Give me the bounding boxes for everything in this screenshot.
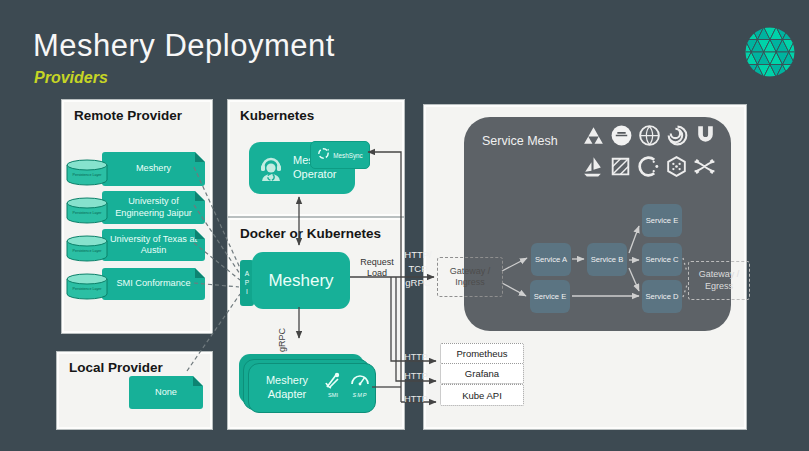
meshsync-label: MeshSync [333,152,362,159]
smp-label: SMP [347,392,373,398]
service-b-box: Service B [587,243,627,276]
mesh-shield-icon [693,123,718,148]
grafana-box: Grafana [440,363,524,384]
request-load-label: Request Load [354,257,400,279]
slide: Meshery Deployment Providers Remote Prov… [0,0,809,451]
mesh-triangles-icon [581,123,606,148]
persistence-cylinder-icon: Persistence Layer [66,235,108,263]
persistence-cylinder-icon: Persistence Layer [66,159,108,187]
meshery-adapter-box: Meshery Adapter SMI SMP [248,363,376,413]
provider-item-label: SMI Conformance [116,278,190,290]
grpc-label: gRPC [277,322,287,352]
protocol-stack-label: HTTP/ TCP gRPC [399,248,437,289]
kubernetes-panel: Kubernetes Meshery Operator MeshSync [228,100,404,216]
persistence-cylinder-icon: Persistence Layer [66,197,108,225]
mesh-hex-icon [664,154,689,179]
mesh-logos-row-2 [580,154,717,179]
service-c-box: Service C [642,243,682,276]
kubernetes-title: Kubernetes [240,108,314,123]
sync-icon [317,146,330,164]
mesh-globe-icon [637,123,662,148]
svg-text:Persistence Layer: Persistence Layer [73,249,103,253]
remote-provider-title: Remote Provider [74,108,182,123]
smp-icon: SMP [347,371,373,398]
http-label-kubeapi: HTTP [400,394,432,404]
adapter-label: Meshery Adapter [258,374,316,402]
page-subtitle: Providers [34,69,108,87]
http-label-grafana: HTTP [400,371,432,381]
persistence-cylinder-icon: Persistence Layer [66,273,108,301]
provider-item-texas: University of Texas at Austin [102,229,205,261]
docker-panel: Docker or Kubernetes API Meshery gRPC Re… [228,218,404,429]
service-e-bottom-box: Service E [530,280,570,313]
mesh-swirl-icon [665,123,690,148]
prometheus-box: Prometheus [440,343,524,364]
istio-sail-icon [580,154,605,179]
meshery-logo [745,27,795,77]
smi-label: SMI [321,392,345,398]
local-provider-none: None [129,376,203,409]
gateway-egress-box: Gateway / Egress [688,261,750,300]
provider-item-smi: SMI Conformance [102,268,205,300]
operator-person-icon [255,152,287,188]
none-label: None [155,387,177,399]
mesh-knot-icon [692,154,717,179]
svg-text:Persistence Layer: Persistence Layer [73,173,103,177]
page-title: Meshery Deployment [33,28,335,64]
local-provider-panel: Local Provider None [57,352,212,429]
smi-icon: SMI [321,371,345,398]
provider-item-label: University of Engineering Jaipur [106,196,201,219]
service-a-box: Service A [531,243,571,276]
service-mesh-title: Service Mesh [482,134,558,148]
kube-api-box: Kube API [440,384,524,406]
provider-item-jaipur: University of Engineering Jaipur [102,191,205,224]
service-d-box: Service D [642,280,682,313]
mesh-orbit-icon [636,154,661,179]
provider-item-meshery: Meshery [102,152,205,186]
meshery-box: Meshery [252,252,350,309]
mesh-logos-row-1 [581,123,718,148]
svg-text:Persistence Layer: Persistence Layer [73,287,103,291]
provider-item-label: University of Texas at Austin [106,234,201,257]
svg-text:Persistence Layer: Persistence Layer [73,211,103,215]
meshery-label: Meshery [268,271,333,291]
docker-title: Docker or Kubernetes [240,226,381,241]
mesh-weave-icon [608,154,633,179]
meshsync-box: MeshSync [310,141,370,169]
http-label-prometheus: HTTP [400,352,432,362]
gateway-ingress-box: Gateway / Ingress [437,257,503,297]
provider-item-label: Meshery [136,163,171,175]
service-e-top-box: Service E [642,204,682,237]
local-provider-title: Local Provider [69,360,163,375]
mesh-circle-icon [609,123,634,148]
remote-provider-panel: Remote Provider Meshery University of En… [62,100,212,333]
